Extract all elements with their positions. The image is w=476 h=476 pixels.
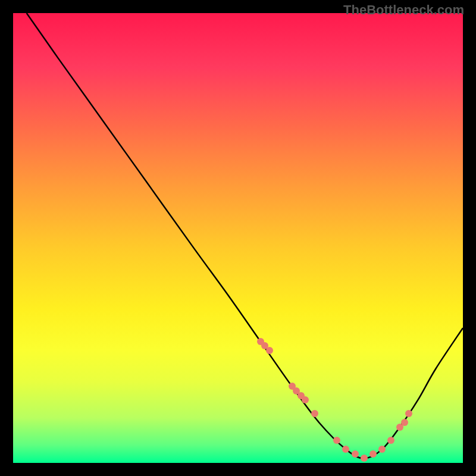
data-point-marker	[401, 419, 408, 426]
data-point-marker	[333, 437, 340, 444]
data-point-marker	[387, 437, 394, 444]
watermark-text: TheBottleneck.com	[343, 2, 464, 18]
data-point-marker	[266, 347, 273, 354]
data-point-marker	[361, 455, 368, 462]
bottleneck-curve	[13, 13, 463, 463]
chart-plot-area	[13, 13, 463, 463]
data-point-marker	[302, 396, 309, 403]
data-point-marker	[342, 446, 349, 453]
data-point-marker	[369, 450, 377, 458]
data-point-marker	[352, 450, 359, 458]
data-point-marker	[378, 446, 386, 453]
data-point-marker	[405, 410, 412, 417]
data-point-marker	[311, 410, 318, 417]
